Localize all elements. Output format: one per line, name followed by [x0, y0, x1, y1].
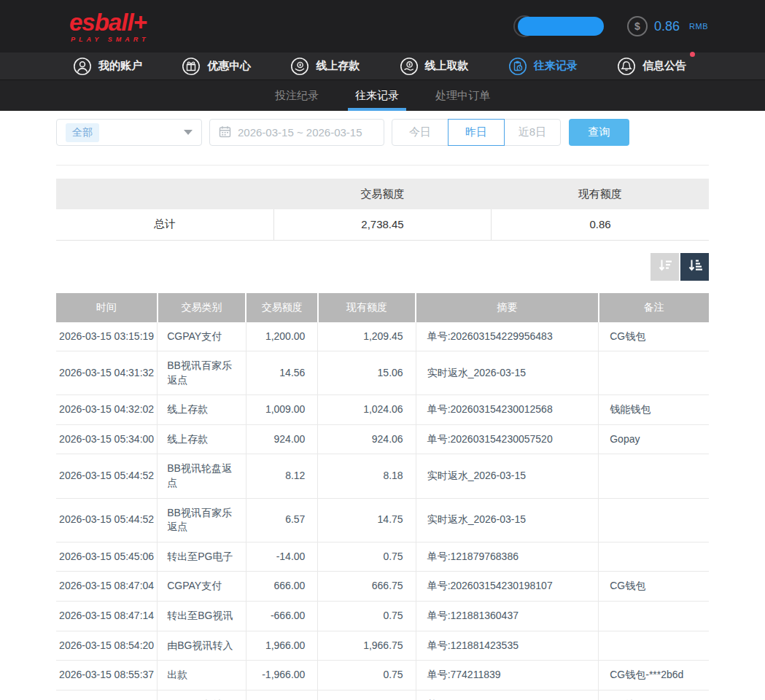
table-row: 2026-03-15 08:55:37 出款 -1,966.00 0.75 单号…	[56, 661, 709, 691]
cell-type: 线上存款	[158, 395, 246, 425]
table-row: 2026-03-15 08:54:20 由BG视讯转入 1,966.00 1,9…	[56, 631, 709, 661]
tab-transaction-records[interactable]: 往来记录	[354, 80, 400, 111]
summary-table: 交易额度 现有额度 总计 2,738.45 0.86	[56, 179, 709, 241]
cell-amount: 6.57	[246, 498, 317, 542]
cell-balance: 0.75	[318, 661, 416, 691]
cell-summary: 单号:121879768386	[416, 542, 599, 572]
nav-label: 信息公告	[642, 59, 686, 73]
nav-label: 优惠中心	[207, 59, 251, 73]
tab-pending-orders[interactable]: 处理中订单	[434, 80, 492, 111]
cell-note	[599, 602, 709, 631]
cell-amount: 666.00	[246, 572, 317, 602]
nav-item-transaction-records[interactable]: 往来记录	[508, 57, 578, 76]
cell-summary: 单号:121881360437	[416, 602, 599, 631]
cell-note: CG钱包	[599, 572, 709, 602]
balance-amount: 0.86	[654, 19, 680, 34]
nav-item-my-account[interactable]: 我的账户	[73, 57, 142, 76]
main-nav: 我的账户 优惠中心 线上存款 线上取款 往来记录 信息公告	[0, 52, 765, 80]
filter-bar: 全部 2026-03-15 ~ 2026-03-15 今日 昨日 近8日 查询	[56, 119, 709, 166]
sort-ascending-button[interactable]	[680, 253, 709, 281]
summary-header-balance: 现有额度	[492, 179, 709, 209]
cell-time: 2026-03-15 04:32:02	[56, 395, 158, 425]
logo-tagline: PLAY SMART	[71, 36, 149, 43]
cell-summary: 单号:774211839	[416, 661, 599, 691]
search-button[interactable]: 查询	[569, 119, 629, 146]
cell-type: 线上存款	[158, 424, 246, 454]
cell-type: CGPAY支付	[158, 690, 246, 700]
col-header-time: 时间	[56, 293, 158, 322]
col-header-summary: 摘要	[416, 293, 599, 322]
date-range-input[interactable]: 2026-03-15 ~ 2026-03-15	[209, 119, 384, 146]
summary-balance-total: 0.86	[492, 209, 709, 240]
withdraw-icon	[400, 57, 419, 76]
sort-descending-button[interactable]	[651, 253, 679, 281]
summary-row: 总计 2,738.45 0.86	[56, 209, 709, 240]
cell-time: 2026-03-15 05:45:06	[56, 542, 158, 572]
cell-note	[599, 454, 709, 498]
cell-amount: 1,009.00	[246, 395, 317, 425]
cell-note: 钱能钱包	[599, 395, 709, 425]
esball-logo[interactable]: esball+ PLAY SMART	[69, 10, 149, 43]
table-row: 2026-03-15 03:15:19 CGPAY支付 1,200.00 1,2…	[56, 322, 709, 351]
calendar-icon	[219, 125, 231, 140]
topbar-right: $ 0.86RMB	[518, 16, 708, 36]
sort-amount-asc-icon	[687, 257, 703, 276]
cell-balance: 0.75	[318, 542, 416, 572]
table-header-row: 时间 交易类别 交易额度 现有额度 摘要 备注	[56, 293, 709, 322]
col-header-note: 备注	[599, 293, 709, 322]
cell-note: CG钱包	[599, 322, 709, 351]
chevron-down-icon	[184, 130, 193, 135]
tab-betting-records[interactable]: 投注纪录	[273, 80, 320, 111]
cell-amount: -1,966.00	[246, 661, 317, 691]
cell-summary: 实时返水_2026-03-15	[416, 351, 599, 395]
table-row: 2026-03-15 08:47:04 CGPAY支付 666.00 666.7…	[56, 572, 709, 602]
quick-date-button-group: 今日 昨日 近8日	[392, 119, 561, 146]
transaction-type-select[interactable]: 全部	[56, 119, 202, 146]
cell-time: 2026-03-15 05:44:52	[56, 498, 158, 542]
username-pill[interactable]	[518, 17, 604, 36]
last-8-days-button[interactable]: 近8日	[504, 119, 561, 146]
cell-note	[599, 631, 709, 661]
selected-type-chip: 全部	[66, 123, 99, 142]
cell-summary: 实时返水_2026-03-15	[416, 498, 599, 542]
cell-amount: 8.12	[246, 454, 317, 498]
cell-type: CGPAY支付	[158, 322, 246, 351]
cell-summary: 单号:202603154230012568	[416, 395, 599, 425]
transactions-table: 时间 交易类别 交易额度 现有额度 摘要 备注 2026-03-15 03:15…	[56, 293, 709, 700]
balance-currency: RMB	[689, 22, 708, 31]
sort-amount-desc-icon	[657, 257, 673, 276]
summary-transaction-total: 2,738.45	[273, 209, 491, 240]
cell-note	[599, 351, 709, 395]
table-row: 2026-03-15 04:32:02 线上存款 1,009.00 1,024.…	[56, 395, 709, 425]
cell-summary: 单号:202603154230057520	[416, 424, 599, 454]
cell-time: 2026-03-15 04:31:32	[56, 351, 158, 395]
cell-balance: 15.06	[318, 351, 416, 395]
cell-summary: 单号:121881423535	[416, 631, 599, 661]
nav-label: 我的账户	[98, 59, 142, 73]
yesterday-button[interactable]: 昨日	[448, 119, 505, 146]
today-button[interactable]: 今日	[392, 119, 448, 146]
cell-type: 由BG视讯转入	[158, 631, 246, 661]
cell-balance: 600.75	[318, 690, 416, 700]
nav-label: 往来记录	[534, 59, 578, 73]
cell-time: 2026-03-15 08:47:14	[56, 602, 158, 631]
col-header-type: 交易类别	[158, 293, 246, 322]
cell-amount: 14.56	[246, 351, 317, 395]
balance-display[interactable]: $ 0.86RMB	[627, 16, 708, 36]
nav-item-promotions[interactable]: 优惠中心	[182, 57, 251, 76]
sub-nav: 投注纪录 往来记录 处理中订单	[0, 80, 765, 111]
cell-note	[599, 542, 709, 572]
cell-time: 2026-03-15 05:44:52	[56, 454, 158, 498]
table-row: 2026-03-15 05:34:00 线上存款 924.00 924.06 单…	[56, 424, 709, 454]
cell-summary: 单号:202603154230302064	[416, 690, 599, 700]
table-row: 2026-03-15 10:36:41 CGPAY支付 600.00 600.7…	[56, 690, 709, 700]
nav-item-withdraw[interactable]: 线上取款	[400, 57, 469, 76]
cell-balance: 924.06	[318, 424, 416, 454]
cell-note	[599, 498, 709, 542]
cell-amount: -666.00	[246, 602, 317, 631]
cell-note: CG钱包-***2b6d	[599, 661, 709, 691]
nav-item-deposit[interactable]: 线上存款	[290, 57, 360, 76]
cell-balance: 1,209.45	[318, 322, 416, 351]
nav-item-announcements[interactable]: 信息公告	[617, 57, 686, 76]
cell-type: BB视讯百家乐返点	[158, 498, 246, 542]
